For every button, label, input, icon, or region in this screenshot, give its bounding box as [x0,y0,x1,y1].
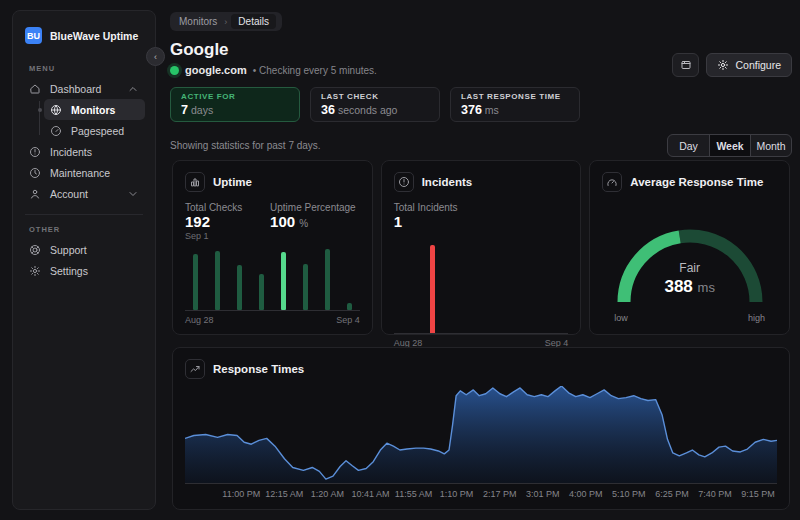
stat-value: 7 [181,103,188,117]
sidebar-item-incidents[interactable]: Incidents [23,141,145,162]
response-times-chart[interactable] [185,386,777,484]
monitor-host[interactable]: google.com [185,64,247,76]
logo-badge: BU [25,27,42,44]
sidebar-item-support[interactable]: Support [23,239,145,260]
lifebuoy-icon [29,243,42,256]
stat-card-last-check: LAST CHECK 36seconds ago [310,87,440,122]
sidebar-item-settings[interactable]: Settings [23,260,145,281]
uptime-percentage-value: 100 % [270,213,356,230]
stat-card-last-response-time: LAST RESPONSE TIME 376ms [450,87,580,122]
card-title: Response Times [213,363,304,375]
home-icon [29,82,42,95]
sidebar-other-menu: SupportSettings [23,239,145,281]
stat-unit: days [191,104,213,116]
response-times-card: Response Times 11:00 PM12:15 AM1:20 AM10… [172,347,790,510]
stat-value: 376 [461,103,482,117]
chevron-up-icon [127,83,139,95]
breadcrumb-details[interactable]: Details [231,14,276,29]
uptime-bar[interactable] [303,264,308,310]
uptime-bar[interactable] [281,252,286,310]
header-actions: Configure [672,53,792,77]
alert-circle-icon [29,145,42,158]
card-title: Uptime [213,176,252,188]
gauge-status: Fair [602,261,777,275]
submenu-dot [38,108,42,112]
breadcrumb-separator-icon: › [224,17,227,27]
average-response-time-card: Average Response Time Fair 388 ms low hi… [589,160,790,335]
toggle-week[interactable]: Week [709,135,750,156]
incidents-card: Incidents Total Incidents 1 Aug 28 Sep 4 [381,160,582,335]
sidebar-item-dashboard[interactable]: Dashboard [23,78,145,99]
page-title: Google [170,40,229,60]
total-checks-value: 192 [185,213,242,230]
menu-section-label: MENU [23,58,145,78]
sidebar-menu: DashboardMonitorsPagespeedIncidentsMaint… [23,78,145,204]
monitor-status-row: google.com • Checking every 5 minutes. [170,64,377,76]
x-axis-tick-label: 9:15 PM [741,489,775,499]
sidebar-item-account[interactable]: Account [23,183,145,204]
pause-monitor-button[interactable] [672,53,699,77]
uptime-bar[interactable] [325,249,330,310]
uptime-bar[interactable] [259,274,264,310]
browser-window-icon [680,59,692,71]
total-incidents-label: Total Incidents [394,202,569,213]
stat-label: LAST CHECK [321,92,429,101]
sidebar-item-pagespeed[interactable]: Pagespeed [44,120,145,141]
breadcrumb-monitors[interactable]: Monitors [179,16,217,27]
gauge-value: 388 ms [602,277,777,297]
uptime-bar[interactable] [237,265,242,310]
gauge-max-label: high [748,313,765,323]
breadcrumb: Monitors › Details [170,12,282,31]
incident-bar[interactable] [430,245,435,333]
checking-interval-note: • Checking every 5 minutes. [253,65,377,76]
stats-period-caption: Showing statistics for past 7 days. [170,140,321,151]
other-section-label: OTHER [23,219,145,239]
app-title: BlueWave Uptime [50,30,138,42]
x-axis-tick-label: 7:40 PM [698,489,732,499]
period-toggle: Day Week Month [667,134,792,157]
stat-card-active-for: ACTIVE FOR 7days [170,87,300,122]
speedometer-icon [50,124,63,137]
gear-icon [717,59,729,71]
x-axis-tick-label: 6:25 PM [655,489,689,499]
incidents-bar-chart [394,240,569,334]
sidebar-item-monitors[interactable]: Monitors [44,99,145,120]
chevron-down-icon [127,188,139,200]
x-axis-tick-label: 4:00 PM [569,489,603,499]
stat-value: 36 [321,103,335,117]
status-dot [170,66,179,75]
chevron-left-icon: ‹ [154,52,157,62]
configure-button[interactable]: Configure [706,53,792,77]
alert-circle-icon [394,172,414,192]
x-axis-start: Aug 28 [185,315,214,325]
sidebar-collapse-button[interactable]: ‹ [146,47,165,66]
trend-up-icon [185,359,205,379]
x-axis-tick-label: 1:20 AM [311,489,344,499]
uptime-bar[interactable] [193,254,198,310]
toggle-month[interactable]: Month [750,135,791,156]
stat-label: LAST RESPONSE TIME [461,92,569,101]
x-axis-tick-label: 11:55 AM [395,489,432,499]
bar-chart-icon [185,172,205,192]
clock-icon [29,166,42,179]
sidebar-item-maintenance[interactable]: Maintenance [23,162,145,183]
x-axis-tick-label: 3:01 PM [526,489,560,499]
gauge-icon [602,172,622,192]
x-axis-tick-label: 11:00 PM [222,489,260,499]
main-content: Monitors › Details Google google.com • C… [170,0,792,520]
response-times-x-axis: 11:00 PM12:15 AM1:20 AM10:41 AM11:55 AM1… [185,489,777,505]
card-title: Average Response Time [630,176,763,188]
app-logo[interactable]: BU BlueWave Uptime [23,25,145,58]
uptime-percentage-label: Uptime Percentage [270,202,356,213]
uptime-bar[interactable] [215,251,220,310]
card-title: Incidents [422,176,472,188]
globe-icon [50,103,63,116]
uptime-bar[interactable] [347,303,352,310]
response-time-gauge: Fair 388 ms low high [602,209,777,321]
uptime-bar-chart [185,249,360,311]
stat-unit: ms [485,104,499,116]
x-axis-tick-label: 1:10 PM [440,489,474,499]
stat-label: ACTIVE FOR [181,92,289,101]
toggle-day[interactable]: Day [668,135,709,156]
stats-row: ACTIVE FOR 7days LAST CHECK 36seconds ag… [170,87,580,122]
